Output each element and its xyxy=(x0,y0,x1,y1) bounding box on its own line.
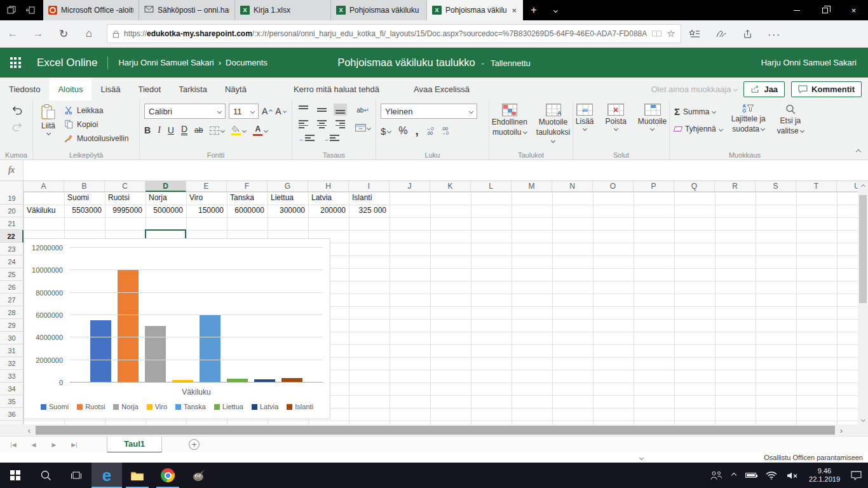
next-sheet-icon[interactable]: ▶ xyxy=(47,442,61,448)
legend-item-Latvia[interactable]: Latvia xyxy=(252,403,278,410)
column-header-M[interactable]: M xyxy=(512,181,552,192)
taskbar-clock[interactable]: 9.46 22.1.2019 xyxy=(805,467,844,484)
browser-tab-pohjoismaa-1[interactable]: X Pohjoismaa väkiluku taulukk xyxy=(331,0,427,20)
shrink-font-button[interactable]: A xyxy=(275,104,285,119)
sheet-tab-taul1[interactable]: Taul1 xyxy=(107,437,162,453)
percent-format-button[interactable]: % xyxy=(398,125,407,137)
align-middle-button[interactable] xyxy=(315,104,329,116)
insert-cells-button[interactable]: ← Lisää xyxy=(573,104,597,149)
legend-item-Islanti[interactable]: Islanti xyxy=(287,403,313,410)
scroll-right-icon[interactable]: › xyxy=(836,424,846,436)
format-cells-button[interactable]: Muotoile xyxy=(635,104,669,149)
legend-item-Norja[interactable]: Norja xyxy=(113,403,138,410)
conditional-formatting-button[interactable]: Ehdollinen muotoilu xyxy=(489,104,530,149)
cell-D20[interactable]: 5000000 xyxy=(146,205,186,217)
delete-cells-button[interactable]: × Poista xyxy=(602,104,628,149)
row-header-36[interactable]: 36 xyxy=(0,408,24,421)
set-aside-tabs-icon[interactable] xyxy=(4,0,19,20)
column-header-R[interactable]: R xyxy=(715,181,756,192)
share-button[interactable]: Jaa xyxy=(743,81,785,97)
column-header-L[interactable]: L xyxy=(471,181,512,192)
column-header-H[interactable]: H xyxy=(308,181,349,192)
back-icon[interactable]: ← xyxy=(0,27,25,40)
column-header-T[interactable]: T xyxy=(796,181,837,192)
chart[interactable]: 0200000040000006000000800000010000000120… xyxy=(24,238,330,419)
bar-Ruotsi[interactable] xyxy=(118,269,139,382)
action-center-icon[interactable] xyxy=(848,471,864,480)
align-top-button[interactable] xyxy=(297,104,310,116)
cell-A20[interactable]: Väkiluku xyxy=(24,205,64,217)
column-header-I[interactable]: I xyxy=(349,181,390,192)
scroll-up-icon[interactable] xyxy=(858,181,868,191)
row-header-29[interactable]: 29 xyxy=(0,319,24,332)
paste-button[interactable]: Liitä xyxy=(37,104,59,149)
browser-tab-pohjoismaa-2-active[interactable]: X Pohjoismaa väkiluku tau × xyxy=(427,0,523,20)
row-header-20[interactable]: 20 xyxy=(0,205,24,217)
editors-note[interactable]: Olet ainoa muokkaaja xyxy=(651,85,738,94)
legend-item-Viro[interactable]: Viro xyxy=(147,403,167,410)
minimize-button[interactable] xyxy=(782,0,811,20)
row-header-32[interactable]: 32 xyxy=(0,357,24,370)
cell-F19[interactable]: Tanska xyxy=(227,192,268,205)
align-bottom-button[interactable] xyxy=(334,104,347,116)
start-button[interactable] xyxy=(0,463,31,488)
refresh-icon[interactable]: ↻ xyxy=(51,27,76,41)
font-color-button[interactable]: A xyxy=(253,125,268,136)
collapse-ribbon-button[interactable] xyxy=(857,145,860,156)
taskbar-explorer-button[interactable] xyxy=(122,463,153,488)
column-header-B[interactable]: B xyxy=(64,181,105,192)
comma-format-button[interactable]: , xyxy=(416,128,419,134)
grow-font-button[interactable]: A xyxy=(262,104,272,119)
fill-color-button[interactable] xyxy=(231,125,246,135)
breadcrumb[interactable]: Harju Onni Samuel Sakari›Documents xyxy=(118,58,267,67)
last-sheet-icon[interactable]: ▶| xyxy=(67,442,81,448)
close-tab-icon[interactable]: × xyxy=(510,6,518,15)
hub-favorites-icon[interactable] xyxy=(681,29,708,39)
bar-Tanska[interactable] xyxy=(200,315,220,382)
sort-filter-button[interactable]: AÖ Lajittele ja suodata xyxy=(729,104,768,149)
battery-icon[interactable] xyxy=(743,473,759,478)
bar-Norja[interactable] xyxy=(145,326,166,382)
row-header-28[interactable]: 28 xyxy=(0,306,24,319)
find-select-button[interactable]: Etsi ja valitse xyxy=(775,104,806,149)
autosum-button[interactable]: Σ Summa xyxy=(674,106,722,117)
more-actions-icon[interactable]: ··· xyxy=(761,29,788,39)
align-right-button[interactable] xyxy=(334,118,347,130)
underline-button[interactable]: U xyxy=(168,125,174,135)
format-painter-button[interactable]: Muotoilusivellin xyxy=(64,133,128,143)
row-header-35[interactable]: 35 xyxy=(0,395,24,408)
format-as-table-button[interactable]: A Muotoile taulukoksi xyxy=(534,104,573,149)
forward-icon[interactable]: → xyxy=(25,27,51,40)
align-left-button[interactable] xyxy=(297,118,310,130)
wifi-icon[interactable] xyxy=(763,471,780,480)
decrease-indent-button[interactable]: ← xyxy=(297,133,316,145)
row-header-23[interactable]: 23 xyxy=(0,243,24,255)
align-center-button[interactable] xyxy=(315,118,329,130)
taskbar-search-button[interactable] xyxy=(31,463,61,488)
people-icon[interactable] xyxy=(707,471,725,480)
status-chevron-icon[interactable] xyxy=(640,452,643,463)
scroll-left-icon[interactable]: ‹ xyxy=(24,424,34,436)
copy-button[interactable]: Kopioi xyxy=(64,119,128,129)
column-header-F[interactable]: F xyxy=(227,181,268,192)
column-header-K[interactable]: K xyxy=(430,181,471,192)
restore-button[interactable] xyxy=(811,0,839,20)
taskbar-chrome-button[interactable] xyxy=(153,463,183,488)
italic-button[interactable]: I xyxy=(158,125,161,135)
browser-tab-mail[interactable]: Sähköposti – onni.harju@ed xyxy=(139,0,235,20)
row-header-22[interactable]: 22 xyxy=(0,230,24,243)
font-size-select[interactable]: 11 xyxy=(229,104,259,119)
legend-item-Liettua[interactable]: Liettua xyxy=(214,403,243,410)
cell-C20[interactable]: 9995000 xyxy=(105,205,146,217)
app-name[interactable]: Excel Online xyxy=(37,57,97,69)
horizontal-scrollbar[interactable]: ‹ › xyxy=(0,424,868,436)
column-header-J[interactable]: J xyxy=(390,181,430,192)
close-button[interactable]: × xyxy=(839,0,868,20)
browser-tab-office-start[interactable]: Microsoft Office -aloitussivu xyxy=(43,0,139,20)
column-header-Q[interactable]: Q xyxy=(674,181,715,192)
horizontal-scroll-thumb[interactable] xyxy=(36,426,835,435)
tab-tell-me[interactable]: Kerro mitä haluat tehdä xyxy=(285,78,388,100)
url-input[interactable]: https://edukotka-my.sharepoint.com/:x:/r… xyxy=(107,24,681,43)
web-note-pen-icon[interactable] xyxy=(708,29,735,38)
row-header-34[interactable]: 34 xyxy=(0,383,24,395)
